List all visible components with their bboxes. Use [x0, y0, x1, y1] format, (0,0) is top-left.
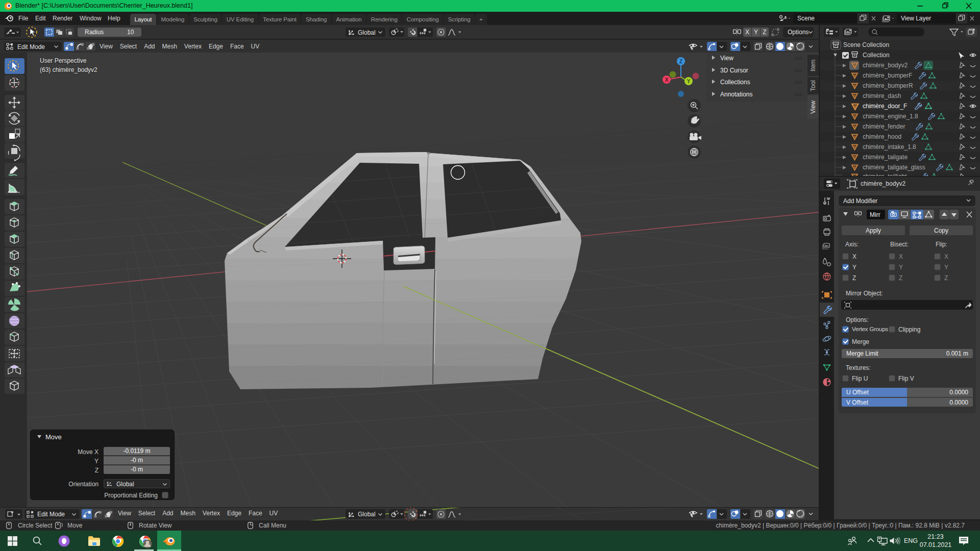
svg-text:chimère_bodyv2: chimère_bodyv2 [861, 180, 905, 187]
svg-text:chimère_intake_1.8: chimère_intake_1.8 [863, 143, 916, 151]
svg-text:Add Modifier: Add Modifier [843, 197, 877, 205]
svg-text:chimère_bodyv2: chimère_bodyv2 [863, 62, 908, 69]
svg-text:Collection: Collection [863, 52, 890, 59]
svg-text:chimère_engine_1.8: chimère_engine_1.8 [863, 113, 918, 120]
svg-text:chimère_tailgate_glass: chimère_tailgate_glass [863, 164, 925, 171]
svg-text:chimère_bumperR: chimère_bumperR [863, 82, 913, 89]
svg-text:chimère_dash: chimère_dash [863, 92, 901, 99]
svg-text:Bisect:: Bisect: [890, 241, 909, 248]
svg-text:chimère_taillight: chimère_taillight [863, 173, 907, 176]
svg-text:Copy: Copy [934, 227, 948, 234]
svg-text:chimère_bumperF: chimère_bumperF [863, 72, 912, 79]
svg-text:chimère_tailgate: chimère_tailgate [863, 154, 908, 161]
svg-text:Apply: Apply [866, 227, 881, 234]
svg-text:Mirr: Mirr [870, 211, 880, 218]
svg-text:Z: Z [679, 59, 682, 64]
svg-text:Axis:: Axis: [845, 241, 859, 248]
svg-text:chimère_door_F: chimère_door_F [863, 103, 907, 110]
svg-text:chimère_fender: chimère_fender [863, 123, 905, 130]
svg-text:Scene Collection: Scene Collection [843, 41, 889, 48]
svg-text:chimère_hood: chimère_hood [863, 133, 901, 140]
svg-text:X: X [665, 77, 669, 83]
svg-text:Flip:: Flip: [936, 241, 947, 248]
svg-text:Y: Y [687, 79, 691, 84]
